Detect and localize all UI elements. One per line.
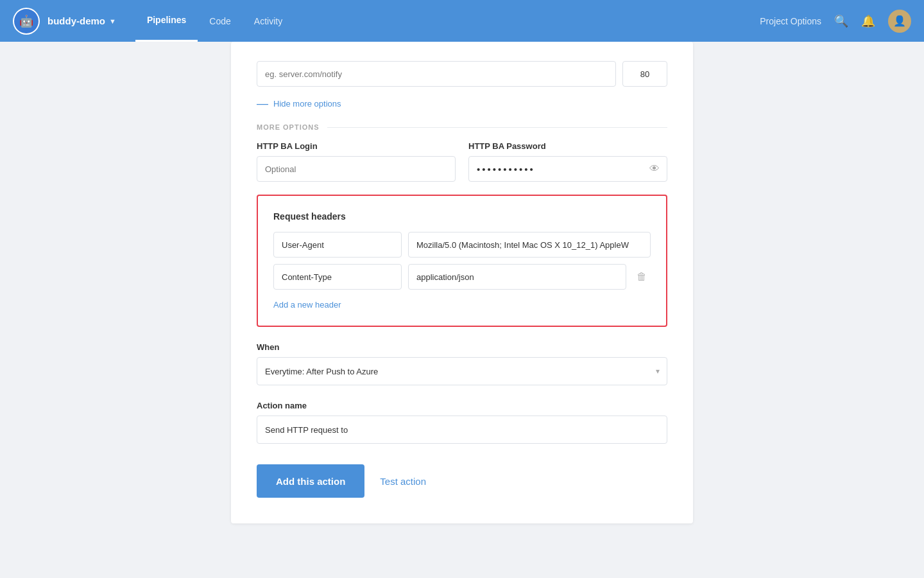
http-ba-login-label: HTTP BA Login [257,141,456,151]
header-value-1[interactable] [408,232,651,258]
action-name-label: Action name [257,401,667,410]
header-key-1[interactable] [273,232,402,258]
hide-options-row: — Hide more options [257,97,667,110]
more-options-label: MORE OPTIONS [257,123,667,131]
header-key-2[interactable] [273,264,402,290]
brand-caret-icon: ▼ [109,17,116,25]
header-value-2[interactable] [408,264,626,290]
url-row [257,61,667,87]
topnav-right: Project Options 🔍 🔔 👤 [760,10,911,33]
http-ba-password-group: HTTP BA Password 👁 [468,141,667,182]
avatar[interactable]: 👤 [888,10,911,33]
add-header-link[interactable]: Add a new header [273,300,341,310]
http-ba-login-input[interactable] [257,156,456,182]
port-input[interactable] [622,61,667,87]
http-ba-login-group: HTTP BA Login [257,141,456,182]
when-section: When Everytime: After Push to Azure ▾ [257,342,667,385]
nav-pipelines[interactable]: Pipelines [135,0,198,42]
http-ba-password-label: HTTP BA Password [468,141,667,151]
request-headers-title: Request headers [273,211,651,222]
nav-links: Pipelines Code Activity [135,0,294,42]
action-name-input[interactable] [257,416,667,444]
nav-activity[interactable]: Activity [243,0,294,42]
search-icon[interactable]: 🔍 [834,14,848,28]
http-ba-row: HTTP BA Login HTTP BA Password 👁 [257,141,667,182]
when-select-wrapper: Everytime: After Push to Azure ▾ [257,357,667,385]
topnav: 🤖 buddy-demo ▼ Pipelines Code Activity P… [0,0,924,42]
url-input[interactable] [257,61,616,87]
logo[interactable]: 🤖 [13,8,40,35]
http-ba-password-input[interactable] [468,156,667,182]
bell-icon[interactable]: 🔔 [861,14,875,28]
when-label: When [257,342,667,352]
header-row-2: 🗑 [273,264,651,290]
minus-icon: — [257,97,268,110]
eye-icon[interactable]: 👁 [649,163,660,175]
buttons-row: Add this action Test action [257,464,667,498]
project-options-link[interactable]: Project Options [760,16,821,26]
header-row-1 [273,232,651,258]
add-action-button[interactable]: Add this action [257,464,364,498]
action-name-section: Action name [257,401,667,444]
password-wrapper: 👁 [468,156,667,182]
when-select[interactable]: Everytime: After Push to Azure [257,357,667,385]
logo-inner: 🤖 [14,9,38,33]
hide-options-link[interactable]: Hide more options [273,99,341,109]
test-action-link[interactable]: Test action [380,476,426,487]
request-headers-section: Request headers 🗑 Add a new header [257,195,667,327]
form-panel: — Hide more options MORE OPTIONS HTTP BA… [231,42,693,523]
brand-name[interactable]: buddy-demo ▼ [47,15,116,26]
nav-code[interactable]: Code [198,0,242,42]
main-content: — Hide more options MORE OPTIONS HTTP BA… [0,42,924,549]
delete-header-icon[interactable]: 🗑 [633,271,651,283]
